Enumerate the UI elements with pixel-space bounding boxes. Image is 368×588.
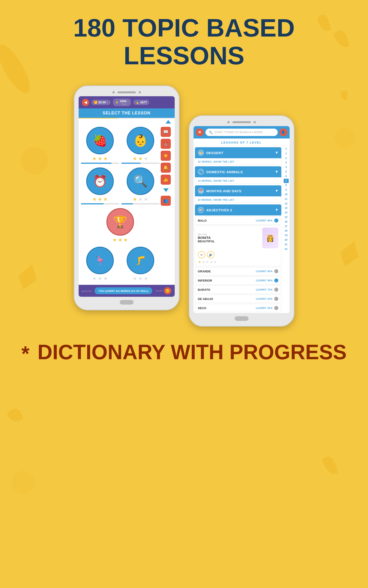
home-button-left[interactable] bbox=[120, 300, 134, 304]
lesson-circle-trophy: 🏆 bbox=[106, 208, 134, 236]
num-15[interactable]: 15 bbox=[285, 215, 287, 220]
num-20[interactable]: 20 bbox=[285, 238, 287, 242]
star-2-empty: ★ bbox=[138, 196, 143, 202]
num-14[interactable]: 14 bbox=[285, 210, 287, 215]
word-item-barato[interactable]: BARATO LEARNT 75% bbox=[195, 285, 281, 294]
user-avatar[interactable]: 😊 bbox=[164, 287, 171, 294]
num-22[interactable]: 22 bbox=[285, 247, 287, 251]
word-item-malo[interactable]: MALO LEARNT 86% bbox=[195, 216, 281, 225]
word-malo-learnt: LEARNT 86% bbox=[256, 218, 278, 223]
sidebar-btn-sun[interactable]: ☀️ bbox=[161, 151, 171, 161]
right-main-content: 🍮 DESSERT ▼ 16 WORDS, SHOW THE LIST 🐾 DO… bbox=[193, 146, 283, 313]
search-icon: 🔍 bbox=[209, 130, 213, 134]
left-phone-top-bar bbox=[79, 91, 175, 93]
num-9[interactable]: 9 bbox=[285, 188, 287, 192]
num-1[interactable]: 1 bbox=[285, 151, 287, 156]
malo-learnt-text: LEARNT 86% bbox=[256, 219, 273, 222]
lesson-item-search[interactable]: 🔍 ★ ★ ★ bbox=[121, 168, 160, 205]
lesson-item-trophy[interactable]: 🏆 ★ ★ ★ bbox=[104, 208, 136, 243]
num-21[interactable]: 21 bbox=[285, 242, 287, 247]
search-placeholder: START TYPING TO SEARCH A WORD bbox=[214, 131, 263, 134]
num-18[interactable]: 18 bbox=[285, 229, 287, 233]
sidebar-btn-book[interactable]: 📖 bbox=[161, 127, 171, 137]
num-12[interactable]: 12 bbox=[285, 201, 287, 206]
animals-word-count: 14 WORDS, SHOW THE LIST bbox=[198, 180, 234, 182]
word-inferior-name: INFERIOR bbox=[198, 279, 212, 282]
star-2-empty: ★ bbox=[98, 276, 102, 282]
num-8[interactable]: 8 bbox=[285, 183, 287, 188]
sidebar-btn-scissors[interactable]: ✂️ bbox=[161, 139, 171, 149]
back-button[interactable]: ◀ bbox=[82, 99, 89, 106]
sidebar-btn-bell[interactable]: 🔔 bbox=[161, 163, 171, 173]
scroll-up-indicator[interactable] bbox=[166, 120, 171, 124]
version-display: V9.19.3 bbox=[155, 290, 163, 292]
right-phone-bottom bbox=[193, 313, 290, 321]
sidebar-btn-people[interactable]: 👥 bbox=[161, 196, 171, 206]
lesson-item-flamingo[interactable]: 🦩 ★ ★ ★ bbox=[81, 247, 119, 282]
search-input-container[interactable]: 🔍 START TYPING TO SEARCH A WORD bbox=[205, 129, 278, 136]
close-button[interactable]: ✕ bbox=[196, 128, 204, 136]
animals-sub: 14 WORDS, SHOW THE LIST bbox=[195, 177, 281, 184]
section-months-header[interactable]: 📅 MONTHS AND DAYS ▼ bbox=[195, 185, 281, 196]
grande-learnt-text: LEARNT 60% bbox=[256, 270, 273, 273]
num-13[interactable]: 13 bbox=[285, 206, 287, 210]
timer-badge: 📶 30:00 + bbox=[92, 100, 111, 105]
num-3[interactable]: 3 bbox=[285, 160, 287, 165]
xp-badge: ⚡ 3056 + FULL bbox=[113, 98, 131, 106]
dessert-title: DESSERT bbox=[206, 151, 273, 155]
word-item-seco[interactable]: SECO LEARNT 55% bbox=[195, 304, 281, 312]
num-2[interactable]: 2 bbox=[285, 156, 287, 160]
inferior-learnt-text: LEARNT 96% bbox=[256, 279, 273, 282]
word-item-grande[interactable]: GRANDE LEARNT 60% bbox=[195, 267, 281, 275]
num-11[interactable]: 11 bbox=[285, 197, 287, 201]
bonita-image: 👸 bbox=[262, 228, 278, 248]
home-button-right[interactable] bbox=[235, 316, 248, 321]
section-adj-header[interactable]: 🔤 ADJECTIVES 2 ▼ bbox=[195, 205, 281, 215]
coins-badge: 🥇 2677 bbox=[133, 100, 149, 105]
num-6[interactable]: 6 bbox=[285, 174, 287, 179]
num-10[interactable]: 10 bbox=[285, 192, 287, 197]
num-4[interactable]: 4 bbox=[285, 165, 287, 169]
word-barato-learnt: LEARNT 75% bbox=[256, 288, 278, 292]
bonita-audio-icon[interactable]: 🔊 bbox=[207, 251, 214, 258]
profile-button[interactable]: 🗣️ bbox=[279, 128, 287, 136]
bonita-star-icon[interactable]: ☆ bbox=[198, 251, 205, 258]
section-dessert-header[interactable]: 🍮 DESSERT ▼ bbox=[195, 147, 281, 158]
scroll-down-indicator[interactable] bbox=[163, 188, 169, 192]
dessert-arrow: ▼ bbox=[275, 151, 279, 155]
word-item-deabajo[interactable]: DE ABAJO LEARNT 63% bbox=[195, 295, 281, 303]
section-animals-header[interactable]: 🐾 DOMESTIC ANIMALS ▼ bbox=[195, 166, 281, 177]
num-17[interactable]: 17 bbox=[285, 224, 287, 229]
footer-heading: * DICTIONARY WITH PROGRESS bbox=[9, 340, 359, 366]
lesson-circle-clock: ⏰ bbox=[86, 168, 114, 195]
lessons-level-title: LESSONS OF 7 LEVEL bbox=[193, 139, 290, 146]
months-icon: 📅 bbox=[198, 188, 204, 194]
progress-baby bbox=[121, 163, 160, 164]
num-5[interactable]: 5 bbox=[285, 169, 287, 174]
progress-fill bbox=[121, 203, 133, 205]
word-item-bonita[interactable]: [bo·ni·ta] BONITA BEAUTIFUL 👸 ☆ 🔊 bbox=[195, 226, 281, 266]
star-1: ★ bbox=[92, 156, 97, 162]
number-sidebar: # 1 2 3 4 5 6 7 8 9 10 11 12 13 14 15 16 bbox=[283, 146, 290, 313]
lesson-item-strawberry[interactable]: 🍓 ★ ★ ★ bbox=[81, 127, 119, 164]
lesson-item-clock[interactable]: ⏰ ★ ★ ★ bbox=[81, 168, 119, 205]
barato-learnt-circle bbox=[274, 288, 278, 292]
word-item-inferior[interactable]: INFERIOR LEARNT 96% bbox=[195, 276, 281, 285]
bonita-header-row: [bo·ni·ta] BONITA BEAUTIFUL 👸 bbox=[198, 228, 278, 248]
num-16[interactable]: 16 bbox=[285, 220, 287, 224]
dessert-word-count: 16 WORDS, SHOW THE LIST bbox=[198, 160, 234, 163]
num-19[interactable]: 19 bbox=[285, 233, 287, 238]
progress-strawberry bbox=[81, 163, 119, 164]
word-barato-name: BARATO bbox=[198, 288, 210, 292]
bonita-star-1: ★ bbox=[198, 260, 201, 264]
lesson-item-leg[interactable]: 🦵 ★ ★ ★ bbox=[121, 247, 160, 282]
progress-fill bbox=[81, 203, 104, 205]
sidebar-btn-thumb[interactable]: 👍 bbox=[161, 175, 171, 185]
progress-clock bbox=[81, 203, 119, 205]
num-7-active[interactable]: 7 bbox=[284, 179, 289, 183]
star-1: ★ bbox=[133, 156, 137, 162]
animals-title: DOMESTIC ANIMALS bbox=[206, 170, 273, 174]
lesson-item-baby[interactable]: 👶 ★ ★ ★ bbox=[121, 127, 160, 164]
num-hash[interactable]: # bbox=[285, 147, 287, 151]
adj-arrow: ▼ bbox=[275, 208, 279, 212]
